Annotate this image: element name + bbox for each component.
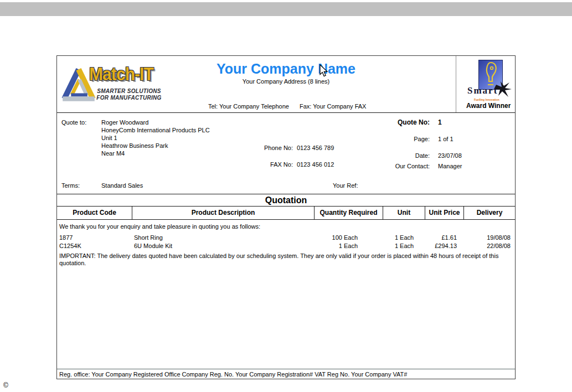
- your-ref-label: Your Ref:: [333, 182, 358, 189]
- column-header-quantity-required: Quantity Required: [315, 207, 383, 219]
- quote-to-label: Quote to:: [61, 119, 86, 126]
- item-unit-price: £1.61: [425, 234, 464, 241]
- tagline-smarter-solutions: SMARTER SOLUTIONS: [92, 88, 166, 95]
- column-header-product-code: Product Code: [57, 207, 132, 219]
- fax-label: FAX No:: [238, 161, 293, 168]
- quotation-document-page: Match-IT SMARTER SOLUTIONS FOR MANUFACTU…: [56, 55, 516, 379]
- recipient-address-1: Unit 1: [101, 135, 117, 141]
- award-winner-text: Award Winner: [466, 102, 511, 110]
- item-unit: 1 Each: [383, 234, 425, 241]
- column-header-unit-price: Unit Price: [425, 207, 464, 219]
- recipient-address-3: Near M4: [101, 150, 125, 157]
- quote-no-label: Quote No:: [374, 118, 430, 126]
- recipient-company: HoneyComb International Products PLC: [101, 127, 210, 133]
- item-unit: 1 Each: [383, 242, 425, 250]
- item-quantity: 1 Each: [315, 242, 383, 250]
- fax-value: 0123 456 012: [297, 161, 334, 168]
- quotation-table-body: We thank you for your enquiry and take p…: [57, 220, 515, 369]
- matchit-taglines: SMARTER SOLUTIONS FOR MANUFACTURING: [92, 88, 166, 101]
- quote-line-item: C1254K 6U Module Kit 1 Each 1 Each £294.…: [57, 242, 515, 250]
- column-header-unit: Unit: [383, 207, 425, 219]
- terms-value: Standard Sales: [101, 182, 143, 189]
- item-quantity: 100 Each: [315, 234, 383, 241]
- item-product-code: C1254K: [57, 242, 132, 250]
- smart-award-logo: Smart Fuelling Innovation Award Winner: [456, 56, 515, 112]
- phone-label: Phone No:: [238, 145, 293, 151]
- company-telephone: Tel: Your Company Telephone: [208, 103, 289, 110]
- important-note: IMPORTANT: The delivery dates quoted hav…: [59, 252, 509, 267]
- date-label: Date:: [374, 152, 430, 159]
- quote-no-value: 1: [438, 118, 442, 126]
- item-product-code: 1877: [57, 234, 132, 241]
- document-header: Match-IT SMARTER SOLUTIONS FOR MANUFACTU…: [57, 56, 515, 113]
- our-contact-label: Our Contact:: [374, 163, 430, 169]
- quote-line-item: 1877 Short Ring 100 Each 1 Each £1.61 19…: [57, 234, 515, 241]
- quotation-title: Quotation: [57, 194, 515, 207]
- company-address-line: Your Company Address (8 lines): [57, 78, 515, 85]
- window-toolbar-strip: [0, 2, 572, 16]
- item-description: Short Ring: [132, 234, 315, 241]
- item-delivery: 19/08/08: [464, 234, 515, 241]
- tagline-for-manufacturing: FOR MANUFACTURING: [92, 95, 166, 101]
- page-label: Page:: [374, 136, 430, 142]
- terms-label: Terms:: [61, 182, 80, 189]
- smart-logo-subtext: Fuelling Innovation: [474, 98, 499, 101]
- phone-value: 0123 456 789: [297, 145, 334, 151]
- date-value: 23/07/08: [438, 152, 462, 159]
- smart-logo-text: Smart: [467, 85, 498, 96]
- page-value: 1 of 1: [438, 136, 454, 142]
- quotation-table-header: Product Code Product Description Quantit…: [57, 207, 515, 220]
- our-contact-value: Manager: [438, 163, 462, 169]
- item-unit-price: £294.13: [425, 242, 464, 250]
- company-name-title: Your Company Name: [57, 61, 515, 77]
- item-delivery: 22/08/08: [464, 242, 515, 250]
- quote-info-section: Quote to: Roger Woodward HoneyComb Inter…: [57, 113, 515, 194]
- registered-office-footer: Reg. office: Your Company Registered Off…: [57, 369, 515, 379]
- column-header-delivery: Delivery: [464, 207, 515, 219]
- greeting-text: We thank you for your enquiry and take p…: [59, 223, 260, 230]
- company-fax: Fax: Your Company FAX: [300, 103, 366, 110]
- item-description: 6U Module Kit: [132, 242, 315, 250]
- recipient-name: Roger Woodward: [101, 119, 148, 126]
- column-header-product-description: Product Description: [132, 207, 315, 219]
- mouse-cursor-icon: [319, 64, 328, 78]
- recipient-address-2: Heathrow Business Park: [101, 142, 168, 149]
- copyright-symbol: ©: [3, 381, 8, 389]
